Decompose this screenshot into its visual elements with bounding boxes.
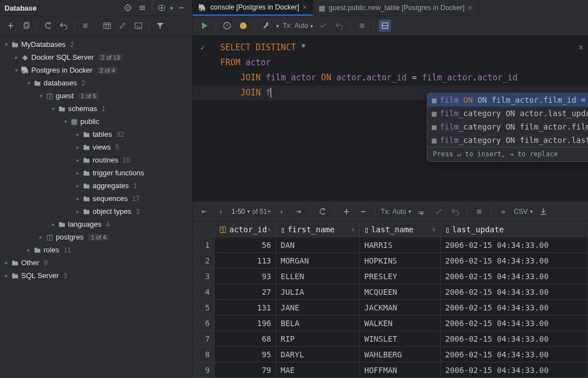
filter-icon[interactable]: [154, 20, 166, 32]
autocomplete-item[interactable]: ▦film_category ON film_actor.film_id = f…: [427, 120, 588, 133]
tree-root[interactable]: ▾MyDatabases2: [0, 38, 192, 51]
tab-table[interactable]: ▦ guest.public.new_table [Postgres in Do…: [313, 0, 478, 16]
tree-sqlserver[interactable]: ▸SQL Server3: [0, 269, 192, 282]
table-row[interactable]: 5131JANEJACKMAN2006-02-15 04:34:33.00: [192, 300, 588, 315]
column-header-first-name[interactable]: ▯first_name⇅: [276, 222, 360, 237]
history-icon[interactable]: [221, 20, 233, 32]
key-icon: ⚿: [219, 225, 227, 234]
more-icon[interactable]: »: [497, 205, 509, 218]
stop-icon[interactable]: [356, 20, 368, 32]
last-page-icon[interactable]: ⇥: [292, 205, 305, 218]
edit-icon[interactable]: [117, 20, 129, 32]
column-header-actor-id[interactable]: ⚿actor_id⇅: [215, 222, 276, 237]
database-sidebar: Database ▾ ▾MyDatabases2 ▸◆Docker SQ: [0, 0, 192, 378]
tree-object-types[interactable]: ▸object types3: [0, 205, 192, 218]
delete-row-icon[interactable]: [357, 205, 369, 218]
svg-rect-5: [104, 23, 110, 28]
commit-icon[interactable]: [317, 20, 329, 32]
rollback-icon[interactable]: [449, 205, 461, 218]
rollback-icon[interactable]: [333, 20, 345, 32]
table-row[interactable]: 393ELLENPRESLEY2006-02-15 04:34:33.00: [192, 269, 588, 284]
table-row[interactable]: 6196BELAWALKEN2006-02-15 04:34:33.00: [192, 315, 588, 331]
copy-icon[interactable]: [20, 20, 32, 32]
first-page-icon[interactable]: ⇤: [198, 205, 210, 218]
collapse-icon[interactable]: [136, 2, 148, 14]
settings-icon[interactable]: [156, 2, 168, 14]
tree-docker-sql[interactable]: ▸◆Docker SQL Server2 of 13: [0, 51, 192, 64]
schema-icon: ▦: [69, 117, 79, 126]
target-icon[interactable]: [122, 2, 134, 14]
stop-icon[interactable]: [79, 20, 91, 32]
refresh-icon[interactable]: [42, 20, 54, 32]
tree-schemas[interactable]: ▾schemas1: [0, 102, 192, 115]
revert-icon[interactable]: [57, 20, 70, 32]
minimize-icon[interactable]: [175, 2, 187, 14]
wrench-icon[interactable]: [260, 20, 272, 32]
results-panel: ⇤ ‹ 1-50 ▾ of 51+ › ⇥ Tx: Auto ▾ DB »: [192, 201, 588, 378]
close-icon[interactable]: ×: [302, 3, 307, 12]
svg-point-1: [127, 7, 129, 9]
tree-aggregates[interactable]: ▸aggregates1: [0, 179, 192, 192]
autocomplete-item[interactable]: ▦film_category ON actor.last_update = fi…: [427, 107, 588, 120]
folder-icon: [57, 105, 67, 113]
svg-rect-3: [25, 22, 29, 27]
download-icon[interactable]: [537, 205, 550, 218]
commit-icon[interactable]: [432, 205, 445, 218]
database-icon: ◫: [45, 92, 55, 100]
table-icon: ▦: [432, 120, 436, 133]
autocomplete-item[interactable]: ▦film_category ON film_actor.last_update…: [427, 133, 588, 147]
column-header-last-name[interactable]: ▯last_name⇅: [360, 222, 441, 237]
table-row[interactable]: 895DARYLWAHLBERG2006-02-15 04:34:33.00: [192, 347, 588, 362]
sql-editor[interactable]: × ✓SELECT DISTINCT * FROM actor JOIN fil…: [192, 36, 588, 201]
add-row-icon[interactable]: [340, 205, 353, 218]
tree-guest[interactable]: ▾◫guest1 of 5: [0, 89, 192, 102]
chevron-down-icon[interactable]: ▾: [276, 23, 279, 29]
table-row[interactable]: 768RIPWINSLET2006-02-15 04:34:33.00: [192, 331, 588, 347]
tree-routines[interactable]: ▸routines10: [0, 154, 192, 166]
table-icon[interactable]: [101, 20, 113, 32]
table-row[interactable]: 2113MORGANHOPKINS2006-02-15 04:34:33.00: [192, 253, 588, 269]
folder-icon: [32, 79, 42, 87]
tree-sequences[interactable]: ▸sequences17: [0, 192, 192, 205]
folder-icon: [81, 182, 91, 190]
page-range[interactable]: 1-50 ▾ of 51+: [232, 208, 271, 216]
run-icon[interactable]: [198, 20, 210, 32]
tree-tables[interactable]: ▸tables32: [0, 128, 192, 141]
table-row[interactable]: 156DANHARRIS2006-02-15 04:34:33.00: [192, 237, 588, 253]
console-icon[interactable]: [132, 20, 144, 32]
table-row[interactable]: 427JULIAMCQUEEN2006-02-15 04:34:33.00: [192, 284, 588, 300]
tree-trigger-functions[interactable]: ▸trigger functions: [0, 166, 192, 179]
tree-views[interactable]: ▸views5: [0, 141, 192, 154]
layout-icon[interactable]: [379, 20, 391, 32]
submit-icon[interactable]: DB: [416, 205, 428, 218]
table-row[interactable]: 979MAEHOFFMAN2006-02-15 04:34:33.00: [192, 362, 588, 378]
tree-databases[interactable]: ▾databases2: [0, 76, 192, 89]
folder-icon: [81, 208, 91, 216]
database-tree[interactable]: ▾MyDatabases2 ▸◆Docker SQL Server2 of 13…: [0, 36, 192, 378]
column-header-last-update[interactable]: ▯last_update: [441, 222, 588, 237]
reload-icon[interactable]: [316, 205, 329, 218]
tree-other[interactable]: ▸Other9: [0, 256, 192, 269]
tree-languages[interactable]: ▸languages4: [0, 218, 192, 231]
tree-postgres[interactable]: ▾🐘Postgres in Docker2 of 4: [0, 64, 192, 76]
sidebar-title: Database: [4, 4, 119, 12]
stop-icon[interactable]: [473, 205, 485, 218]
explain-icon[interactable]: [237, 20, 249, 32]
tx-mode-selector[interactable]: Tx: Auto ▾: [283, 22, 313, 30]
prev-page-icon[interactable]: ‹: [215, 205, 227, 218]
tab-console[interactable]: 🐘 console [Postgres in Docker] ×: [192, 0, 313, 16]
results-tx-selector[interactable]: Tx: Auto ▾: [381, 208, 411, 216]
svg-rect-2: [24, 23, 28, 28]
editor-tabs: 🐘 console [Postgres in Docker] × ▦ guest…: [192, 0, 588, 16]
tree-roles[interactable]: ▸roles11: [0, 243, 192, 256]
tree-postgres-db[interactable]: ▸◫postgres1 of 4: [0, 231, 192, 243]
tree-public[interactable]: ▾▦public: [0, 115, 192, 128]
add-icon[interactable]: [4, 20, 17, 32]
next-page-icon[interactable]: ›: [276, 205, 288, 218]
results-grid[interactable]: ⚿actor_id⇅ ▯first_name⇅ ▯last_name⇅ ▯las…: [192, 222, 588, 378]
folder-icon: [10, 272, 20, 280]
chevron-down-icon[interactable]: ▾: [170, 5, 173, 11]
close-icon[interactable]: ×: [468, 3, 473, 12]
format-selector[interactable]: CSV ▾: [514, 208, 533, 216]
autocomplete-item[interactable]: ▦film ON ON film_actor.film_id = film.fi…: [427, 93, 588, 107]
